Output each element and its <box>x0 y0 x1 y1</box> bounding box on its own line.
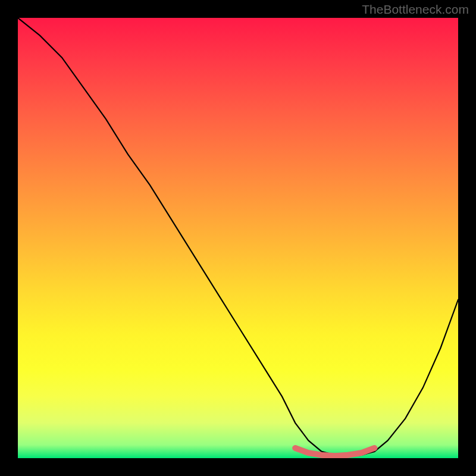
watermark-text: TheBottleneck.com <box>362 2 469 17</box>
chart-plot-area <box>18 18 458 458</box>
chart-svg <box>18 18 458 458</box>
bottleneck-curve-path <box>18 18 458 456</box>
optimal-band-path <box>295 448 374 456</box>
